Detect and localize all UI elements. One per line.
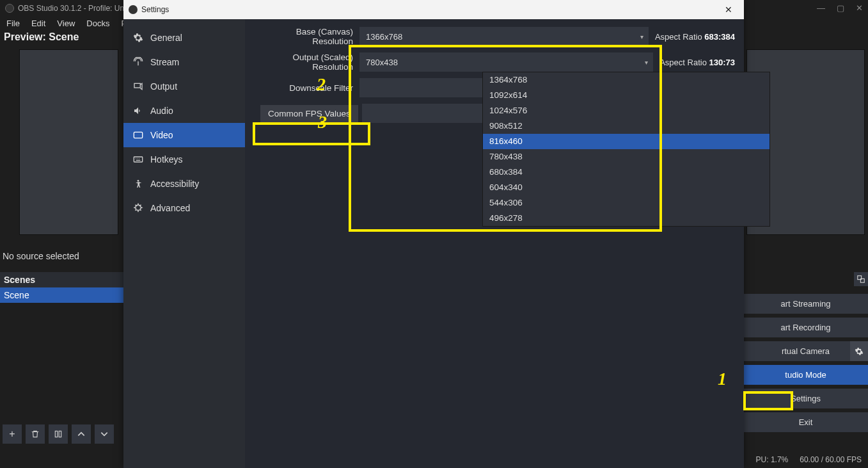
close-icon[interactable]: ✕ xyxy=(856,3,863,13)
sidebar-label: Advanced xyxy=(150,203,190,213)
obs-logo-icon xyxy=(129,5,138,14)
sidebar-label: General xyxy=(150,33,182,43)
delete-scene-button[interactable] xyxy=(26,424,45,444)
scene-filters-button[interactable] xyxy=(49,424,68,444)
fps-type-button[interactable]: Common FPS Values xyxy=(260,105,358,122)
virtual-camera-settings-icon[interactable] xyxy=(850,341,868,361)
base-resolution-select[interactable]: 1366x768 ▾ xyxy=(359,27,649,46)
move-down-button[interactable] xyxy=(95,424,114,444)
move-up-button[interactable] xyxy=(72,424,91,444)
resolution-option[interactable]: 604x340 xyxy=(483,180,769,195)
accessibility-icon xyxy=(132,178,144,190)
output-resolution-value: 780x438 xyxy=(366,58,398,67)
exit-button[interactable]: Exit xyxy=(743,412,868,432)
output-resolution-select[interactable]: 780x438 ▾ xyxy=(359,52,653,72)
fps-readout: 60.00 / 60.00 FPS xyxy=(800,455,862,464)
studio-mode-button[interactable]: tudio Mode xyxy=(743,365,868,385)
sidebar-item-video[interactable]: Video xyxy=(123,123,245,147)
resolution-option[interactable]: 1364x768 xyxy=(483,72,769,88)
preview-left xyxy=(19,49,118,235)
sidebar-label: Hotkeys xyxy=(150,154,183,165)
preview-title: Preview: Scene xyxy=(0,30,83,47)
sidebar-label: Output xyxy=(150,81,177,92)
keyboard-icon xyxy=(132,154,144,165)
window-controls: — ▢ ✕ xyxy=(817,3,863,13)
gear-icon xyxy=(132,32,144,44)
svg-rect-6 xyxy=(134,157,142,162)
resolution-option[interactable]: 544x306 xyxy=(483,195,769,211)
sidebar-item-audio[interactable]: Audio xyxy=(123,99,245,123)
sidebar-label: Stream xyxy=(150,57,179,67)
chevron-down-icon: ▾ xyxy=(640,33,643,40)
settings-content: Base (Canvas) Resolution 1366x768 ▾ Aspe… xyxy=(245,19,744,468)
video-icon xyxy=(132,129,144,141)
cpu-usage: PU: 1.7% xyxy=(756,455,789,464)
menu-view[interactable]: View xyxy=(52,17,80,29)
popout-icon[interactable] xyxy=(854,272,868,286)
settings-sidebar: General Stream Output Audio Video Hotkey… xyxy=(123,19,245,468)
virtual-camera-label: rtual Camera xyxy=(782,346,830,356)
settings-dialog: Settings ✕ General Stream Output Audio xyxy=(123,0,744,468)
resolution-option[interactable]: 816x460 xyxy=(483,134,769,149)
resolution-option[interactable]: 496x278 xyxy=(483,211,769,226)
advanced-icon xyxy=(132,202,144,214)
add-scene-button[interactable]: + xyxy=(3,424,22,444)
output-resolution-dropdown: 1364x768 1092x614 1024x576 908x512 816x4… xyxy=(482,72,770,227)
resolution-option[interactable]: 780x438 xyxy=(483,149,769,165)
scene-item[interactable]: Scene xyxy=(0,287,125,303)
obs-logo-icon xyxy=(5,4,14,13)
status-bar: PU: 1.7% 60.00 / 60.00 FPS xyxy=(750,451,868,468)
settings-titlebar: Settings ✕ xyxy=(123,0,744,19)
sidebar-item-general[interactable]: General xyxy=(123,26,245,50)
output-icon xyxy=(132,81,144,92)
audio-icon xyxy=(132,105,144,117)
minimize-icon[interactable]: — xyxy=(817,3,825,13)
scenes-panel: Scenes Scene xyxy=(0,272,125,303)
sidebar-item-output[interactable]: Output xyxy=(123,74,245,99)
aspect-ratio-1: Aspect Ratio 683:384 xyxy=(655,32,735,42)
svg-point-7 xyxy=(138,180,139,182)
resolution-option[interactable]: 908x512 xyxy=(483,118,769,134)
settings-title: Settings xyxy=(141,5,718,14)
virtual-camera-button[interactable]: rtual Camera xyxy=(743,341,868,361)
settings-close-button[interactable]: ✕ xyxy=(718,2,739,17)
svg-rect-4 xyxy=(134,83,140,88)
settings-button[interactable]: Settings xyxy=(743,389,868,408)
svg-rect-5 xyxy=(134,132,142,138)
menu-edit[interactable]: Edit xyxy=(26,17,51,29)
svg-rect-0 xyxy=(55,431,58,437)
sidebar-item-hotkeys[interactable]: Hotkeys xyxy=(123,147,245,172)
sidebar-label: Video xyxy=(150,130,173,140)
svg-rect-1 xyxy=(59,431,61,437)
sidebar-label: Accessibility xyxy=(150,179,199,189)
base-resolution-label: Base (Canvas) Resolution xyxy=(254,27,359,46)
sidebar-item-accessibility[interactable]: Accessibility xyxy=(123,172,245,196)
output-resolution-label: Output (Scaled) Resolution xyxy=(254,52,359,72)
resolution-option[interactable]: 1024x576 xyxy=(483,103,769,118)
start-streaming-button[interactable]: art Streaming xyxy=(743,294,868,314)
scenes-header: Scenes xyxy=(0,272,125,287)
sidebar-item-advanced[interactable]: Advanced xyxy=(123,196,245,220)
aspect-ratio-2: Aspect Ratio 130:73 xyxy=(659,58,735,67)
base-resolution-value: 1366x768 xyxy=(366,32,402,42)
start-recording-button[interactable]: art Recording xyxy=(743,318,868,337)
sidebar-item-stream[interactable]: Stream xyxy=(123,50,245,74)
resolution-option[interactable]: 1092x614 xyxy=(483,88,769,103)
resolution-option[interactable]: 680x384 xyxy=(483,165,769,180)
scenes-toolbar: + xyxy=(0,422,116,446)
stream-icon xyxy=(132,56,144,68)
downscale-filter-label: Downscale Filter xyxy=(254,83,359,93)
maximize-icon[interactable]: ▢ xyxy=(837,3,844,13)
controls-panel: art Streaming art Recording rtual Camera… xyxy=(743,272,868,432)
sidebar-label: Audio xyxy=(150,106,173,116)
menu-file[interactable]: File xyxy=(1,17,25,29)
chevron-down-icon: ▾ xyxy=(645,59,648,66)
menu-docks[interactable]: Docks xyxy=(81,17,114,29)
